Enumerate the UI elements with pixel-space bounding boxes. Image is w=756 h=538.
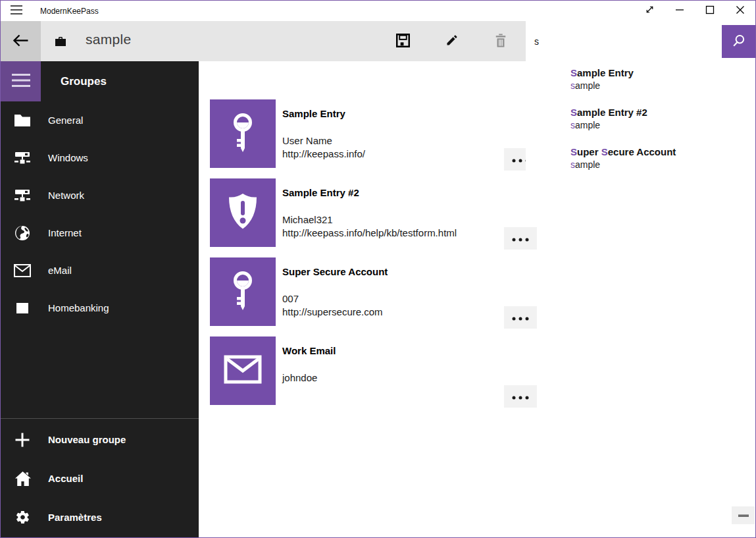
- app-bar: sample: [1, 21, 755, 61]
- edit-icon: [445, 34, 459, 49]
- entry-icon-tile: [210, 336, 276, 405]
- window-controls: [634, 1, 755, 21]
- search-suggestion-item[interactable]: Sample Entry sample: [570, 61, 749, 101]
- sidebar-item-windows[interactable]: Windows: [1, 139, 199, 176]
- search-suggestion-item[interactable]: Super Secure Account sample: [570, 140, 749, 180]
- entry-more-button[interactable]: [504, 306, 537, 329]
- app-window: ModernKeePass sample Groupes: [0, 0, 756, 538]
- sidebar-command-accueil[interactable]: Accueil: [1, 459, 199, 498]
- search-box: [526, 21, 755, 61]
- close-button[interactable]: [725, 1, 755, 20]
- close-icon: [735, 5, 745, 17]
- suggestion-subtitle: sample: [570, 118, 749, 130]
- entry-username: Michael321: [282, 214, 333, 225]
- shield-alert-icon: [226, 192, 259, 233]
- minimize-button[interactable]: [665, 1, 695, 20]
- mail-icon: [13, 264, 32, 277]
- folder-icon: [13, 114, 32, 126]
- search-icon: [732, 34, 746, 50]
- suggestion-subtitle: sample: [570, 157, 749, 170]
- app-title: ModernKeePass: [40, 7, 99, 16]
- settings-icon: [13, 510, 32, 525]
- delete-button[interactable]: [478, 21, 523, 61]
- suggestion-title: Super Secure Account: [570, 140, 749, 157]
- entry-row-sample-entry-2[interactable]: Sample Entry #2 Michael321 http://keepas…: [210, 178, 537, 250]
- resize-diagonal-button[interactable]: [634, 1, 665, 20]
- back-button[interactable]: [1, 21, 41, 61]
- entry-title: Sample Entry #2: [282, 187, 359, 198]
- sidebar-command-param-tres[interactable]: Paramètres: [1, 498, 199, 537]
- database-icon: [55, 37, 66, 46]
- suggestion-subtitle: sample: [570, 78, 749, 91]
- maximize-icon: [705, 5, 715, 17]
- network-icon: [13, 152, 32, 164]
- network-icon: [13, 190, 32, 202]
- sidebar-hamburger-button[interactable]: [1, 61, 41, 101]
- entry-row-sample-entry[interactable]: Sample Entry User Name http://keepass.in…: [210, 99, 537, 171]
- entry-title: Super Secure Account: [282, 266, 388, 277]
- hamburger-icon: [11, 5, 22, 16]
- ellipsis-icon: [512, 313, 529, 323]
- back-arrow-icon: [12, 32, 30, 51]
- key-icon: [229, 112, 257, 155]
- sidebar-item-internet[interactable]: Internet: [1, 214, 199, 252]
- home-icon: [13, 471, 32, 486]
- save-button[interactable]: [380, 21, 425, 61]
- entry-username: johndoe: [282, 372, 317, 383]
- globe-icon: [13, 225, 32, 241]
- sidebar-command-nouveau-groupe[interactable]: Nouveau groupe: [1, 420, 199, 459]
- square-icon: [13, 303, 32, 313]
- key-icon: [229, 270, 257, 313]
- sidebar: Groupes General Windows Network Internet…: [1, 61, 199, 537]
- plus-icon: [13, 432, 32, 448]
- sidebar-item-homebanking[interactable]: Homebanking: [1, 289, 199, 327]
- minimize-icon: [674, 5, 685, 17]
- entry-row-work-email[interactable]: Work Email johndoe: [210, 336, 537, 408]
- entry-row-super-secure-account[interactable]: Super Secure Account 007 http://supersec…: [210, 257, 537, 329]
- titlebar-hamburger-button[interactable]: [9, 4, 24, 18]
- sidebar-separator: [1, 418, 199, 419]
- entry-username: 007: [282, 293, 299, 304]
- search-button[interactable]: [722, 25, 755, 58]
- menu-icon: [11, 72, 31, 90]
- group-list: General Windows Network Internet eMail H…: [1, 101, 199, 327]
- command-list: Nouveau groupe Accueil Paramètres: [1, 420, 199, 537]
- search-input[interactable]: [526, 21, 755, 61]
- entry-url: http://keepass.info/: [282, 148, 365, 159]
- entry-title: Work Email: [282, 345, 336, 356]
- title-bar: ModernKeePass: [1, 1, 755, 21]
- zoom-out-button[interactable]: [732, 506, 755, 524]
- entry-title: Sample Entry: [282, 108, 345, 119]
- entry-url: http://keepass.info/help/kb/testform.htm…: [282, 227, 457, 238]
- mail-tile-icon: [224, 355, 262, 387]
- database-title: sample: [86, 32, 132, 47]
- search-suggestion-item[interactable]: Sample Entry #2 sample: [570, 101, 749, 140]
- entry-url: http://supersecure.com: [282, 306, 383, 317]
- resize-diagonal-icon: [644, 4, 655, 17]
- ellipsis-icon: [512, 234, 529, 244]
- save-icon: [396, 34, 410, 49]
- sidebar-item-email[interactable]: eMail: [1, 252, 199, 289]
- sidebar-item-network[interactable]: Network: [1, 176, 199, 214]
- groups-header: Groupes: [61, 61, 107, 101]
- entry-more-button[interactable]: [504, 385, 537, 408]
- entry-icon-tile: [210, 257, 276, 326]
- edit-button[interactable]: [430, 21, 474, 61]
- entry-icon-tile: [210, 99, 276, 168]
- maximize-button[interactable]: [695, 1, 725, 20]
- delete-icon: [494, 34, 507, 49]
- ellipsis-icon: [512, 392, 529, 402]
- sidebar-item-general[interactable]: General: [1, 101, 199, 139]
- entry-more-button[interactable]: [504, 227, 537, 250]
- dash-icon: [738, 514, 749, 517]
- suggestion-title: Sample Entry #2: [570, 101, 749, 118]
- suggestion-title: Sample Entry: [570, 61, 749, 78]
- search-suggestions-popup: Sample Entry sample Sample Entry #2 samp…: [526, 61, 756, 185]
- entry-icon-tile: [210, 178, 276, 247]
- entry-username: User Name: [282, 135, 332, 146]
